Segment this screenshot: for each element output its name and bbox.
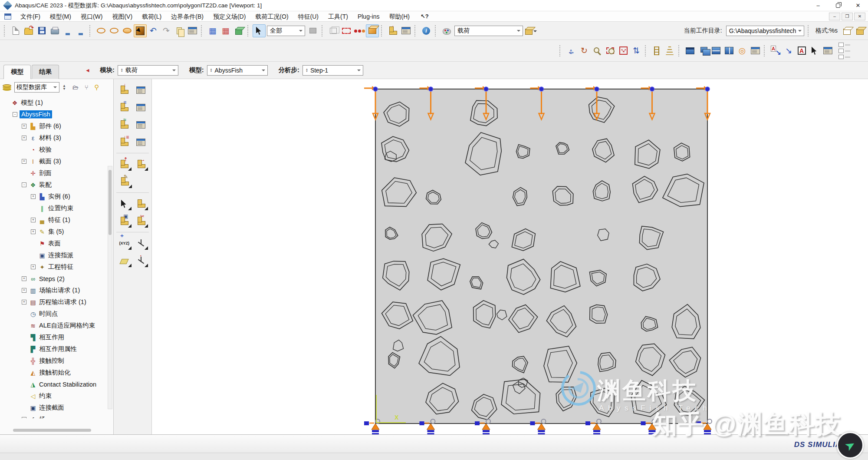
new-model-button[interactable] <box>9 24 22 37</box>
download-file-button[interactable] <box>74 24 87 37</box>
create-set-tool[interactable] <box>133 196 149 211</box>
mdi-close-button[interactable]: ✕ <box>854 13 865 20</box>
step-combo[interactable]: ▲▼Step-1 <box>302 65 363 76</box>
link-objects-icon[interactable]: ⑂ <box>85 84 88 91</box>
menu-file[interactable]: 文件(F) <box>16 11 45 22</box>
tree-item-field-output-requests[interactable]: +▥场输出请求 (1) <box>0 285 113 296</box>
undo-button[interactable]: ↶ <box>147 24 160 37</box>
tree-item-assembly[interactable]: -❖装配 <box>0 179 113 191</box>
open-file-button[interactable] <box>22 24 35 37</box>
selection-group-button[interactable] <box>306 24 319 37</box>
create-bc-tool[interactable]: ≡ <box>116 100 132 115</box>
color-apply-button[interactable] <box>524 24 537 37</box>
tile-horizontal-button[interactable] <box>710 44 723 57</box>
tree-expander-icon[interactable]: + <box>22 300 26 304</box>
pan-view-button[interactable] <box>565 44 578 57</box>
tree-item-connector-assignments[interactable]: ▣连接指派 <box>0 249 113 261</box>
redo-button[interactable]: ↷ <box>160 24 173 37</box>
panel-collapse-icon[interactable]: ◄ <box>85 67 90 73</box>
menu-tools[interactable]: 工具(T) <box>323 11 353 22</box>
maximize-viewport-button[interactable] <box>684 44 697 57</box>
tree-item-parts[interactable]: +▙部件 (6) <box>0 120 113 132</box>
menu-viewport[interactable]: 视口(W) <box>76 11 108 22</box>
render-wireframe-button[interactable] <box>95 24 108 37</box>
arrow-annotation-button[interactable]: ↘ <box>782 44 795 57</box>
datum-point-tool[interactable]: (XYZ)＋ <box>116 236 132 251</box>
model-combo[interactable]: ▲▼AbyssFish <box>207 65 268 76</box>
create-load-button[interactable]: ↓ <box>386 24 399 37</box>
color-code-button[interactable] <box>440 24 453 37</box>
tree-item-surfaces[interactable]: ⚑表面 <box>0 238 113 249</box>
create-surface-tool[interactable]: ▣ <box>116 214 132 228</box>
tree-item-calibrations[interactable]: ◔校验 <box>0 144 113 156</box>
tips-bulb-icon[interactable]: ⚲ <box>94 83 99 91</box>
work-dir-combo[interactable]: G:\Abaqus\abyssfishtech.com <box>726 26 804 36</box>
cascade-viewports-button[interactable] <box>697 44 710 57</box>
restore-button[interactable] <box>828 0 848 11</box>
tree-expander-icon[interactable]: + <box>31 229 36 234</box>
select-from-view-button[interactable] <box>327 24 340 37</box>
load-manager-tool[interactable] <box>133 83 149 97</box>
mdi-restore-button[interactable]: ❐ <box>842 13 853 20</box>
menu-predefined-field[interactable]: 预定义场(D) <box>208 11 250 22</box>
tree-expander-icon[interactable]: + <box>31 218 36 222</box>
tree-item-steps[interactable]: +∞Steps (2) <box>0 273 113 285</box>
spinner-icon[interactable]: ▲▼ <box>210 68 213 73</box>
viewport-annotation-manager-button[interactable] <box>749 44 762 57</box>
menu-load[interactable]: 载荷(L) <box>137 11 166 22</box>
tree-item-contact-controls[interactable]: ╬接触控制 <box>0 355 113 367</box>
tree-item-time-points[interactable]: ◷时间点 <box>0 308 113 320</box>
annotation-manager-button[interactable] <box>821 44 834 57</box>
render-shaded-button[interactable] <box>121 24 134 37</box>
spinner-icon[interactable]: ▲▼ <box>306 68 308 73</box>
context-help-icon[interactable]: ↖? <box>421 13 429 20</box>
mdi-minimize-button[interactable]: – <box>829 13 840 20</box>
create-predefined-field-tool[interactable]: ≈ <box>116 117 132 132</box>
magnify-view-button[interactable] <box>591 44 604 57</box>
rotate-view-button[interactable]: ↻ <box>578 44 591 57</box>
tree-item-engineering-features[interactable]: +✦工程特征 <box>0 261 113 273</box>
upload-file-button[interactable] <box>61 24 74 37</box>
tree-item-model-abyssfish[interactable]: -AbyssFish <box>0 109 113 120</box>
text-annotation-button[interactable]: A <box>795 44 808 57</box>
mdi-document-icon[interactable] <box>4 13 11 20</box>
pointer-tool-button[interactable] <box>253 24 266 37</box>
collapse-tree-icon[interactable]: 🗁 <box>72 84 79 91</box>
predefined-field-manager-tool[interactable] <box>133 117 149 132</box>
tree-item-profiles[interactable]: ✛剖面 <box>0 167 113 179</box>
annotate-arrow-button[interactable] <box>769 44 782 57</box>
closest-object-button[interactable] <box>366 24 379 37</box>
tree-item-history-output-requests[interactable]: +▤历程输出请求 (1) <box>0 296 113 308</box>
menu-help[interactable]: 帮助(H) <box>384 11 414 22</box>
drag-rectangle-button[interactable] <box>340 24 353 37</box>
tree-item-fields[interactable]: +ƒ场 <box>0 414 113 418</box>
spinner-icon[interactable]: ▲▼ <box>121 68 123 73</box>
menu-load-case[interactable]: 载荷工况(O) <box>250 11 293 22</box>
menu-view[interactable]: 视图(V) <box>107 11 137 22</box>
tree-expander-icon[interactable]: + <box>31 194 36 199</box>
tree-expander-icon[interactable]: + <box>22 159 26 164</box>
tree-expander-icon[interactable]: + <box>22 288 26 293</box>
tree-expander-icon[interactable]: + <box>22 136 26 140</box>
tree-item-constraints[interactable]: ◁约束 <box>0 390 113 402</box>
datum-csys-tool[interactable]: · <box>133 253 149 268</box>
create-load-case-tool[interactable]: ↓≡ <box>116 135 132 149</box>
tree-item-ale-adaptive-mesh-constraints[interactable]: ≋ALE自适应网格约束 <box>0 320 113 331</box>
active-tool-button[interactable] <box>134 24 147 37</box>
straight-rail-button[interactable] <box>650 44 663 57</box>
viewport-manager-button[interactable] <box>186 24 199 37</box>
datum-plane-tool[interactable] <box>116 253 132 268</box>
bc-manager-tool[interactable] <box>133 100 149 115</box>
menu-bc[interactable]: 边界条件(B) <box>166 11 208 22</box>
model-database-combo[interactable]: 模型数据库 <box>14 82 59 93</box>
fit-view-button[interactable] <box>617 44 630 57</box>
load-manager-button[interactable] <box>399 24 412 37</box>
tree-expander-icon[interactable]: + <box>22 124 26 129</box>
box-zoom-button[interactable] <box>604 44 617 57</box>
tree-expander-icon[interactable]: - <box>22 182 26 187</box>
tree-item-sections[interactable]: +I截面 (3) <box>0 156 113 167</box>
tree-expander-icon[interactable]: + <box>22 417 26 418</box>
mesh-seed-cube-button[interactable]: ▦ <box>219 24 232 37</box>
tree-item-materials[interactable]: +ε材料 (3) <box>0 132 113 144</box>
option-row-2-button[interactable] <box>838 48 844 54</box>
